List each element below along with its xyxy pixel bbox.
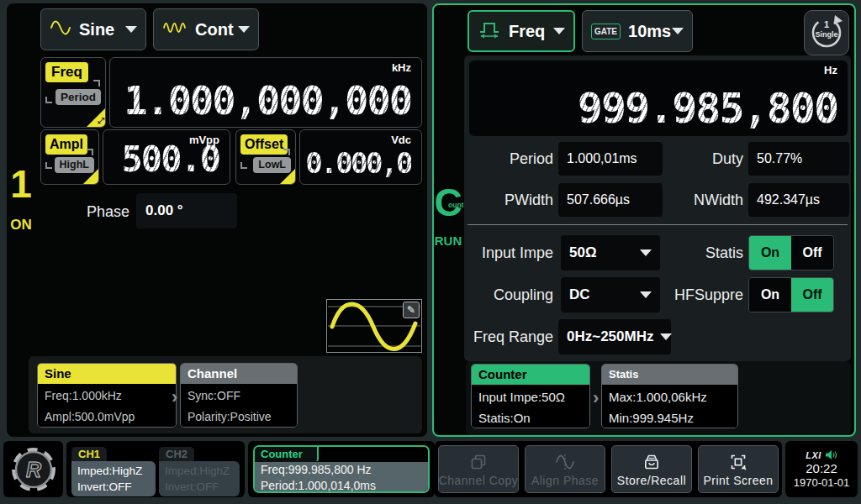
- info-tab-counter[interactable]: Counter Input Impe:50Ω Statis:On: [471, 364, 590, 428]
- gate-time-select[interactable]: GATE 10ms: [582, 10, 693, 52]
- ch1-info-line: Invert:OFF: [77, 479, 150, 495]
- info-tab-counter-title: Counter: [472, 365, 589, 385]
- store-recall-button[interactable]: Store/Recall: [611, 445, 692, 493]
- ampl-label: Ampl: [45, 134, 87, 155]
- gate-time-label: 10ms: [628, 22, 671, 41]
- chevron-down-icon: [640, 291, 652, 298]
- counter-run-state: RUN: [434, 234, 462, 248]
- instrument-screen: 1 ON Sine Cont Freq Period ⤢ kHz 1.000,0…: [0, 0, 861, 504]
- freq-value: 1.000,000,000: [124, 81, 411, 120]
- freq-range-value: 0Hz~250MHz: [567, 328, 653, 345]
- hfsuppre-off-button[interactable]: Off: [791, 278, 833, 312]
- counter-status-line: Period:1.000,014,0ms: [261, 478, 422, 493]
- expand-mark: ⤢: [98, 116, 104, 126]
- waveform-preview[interactable]: ✎: [326, 299, 422, 353]
- pwidth-meas-label: PWidth: [469, 182, 553, 218]
- hfsuppre-on-button[interactable]: On: [749, 278, 791, 312]
- nwidth-meas-value: 492.347µs: [748, 183, 849, 217]
- svg-text:R: R: [25, 458, 40, 481]
- phase-field[interactable]: 0.00 °: [136, 193, 237, 228]
- align-phase-button[interactable]: Align Phase: [525, 445, 605, 493]
- channel1-state: ON: [10, 217, 32, 234]
- statis-info-line: Min:999.945Hz: [609, 407, 731, 428]
- print-screen-button[interactable]: Print Screen: [698, 445, 779, 493]
- corner-bracket-icon: [87, 149, 93, 155]
- lxi-logo: LXI: [806, 450, 821, 460]
- offset-value-display[interactable]: Vdc 0.000,0: [299, 129, 422, 185]
- counter-mode-select[interactable]: Freq: [467, 10, 575, 52]
- freq-range-dropdown[interactable]: 0Hz~250MHz: [558, 319, 671, 354]
- duty-meas-value: 50.77%: [748, 142, 849, 176]
- align-phase-label: Align Phase: [531, 474, 599, 487]
- channel-info-line: Sync:OFF: [188, 386, 290, 407]
- counter-freq-value: 999.985,800: [578, 87, 837, 129]
- freq-range-label: Freq Range: [459, 319, 553, 354]
- copy-icon: [468, 452, 489, 472]
- ampl-unit: mVpp: [189, 134, 219, 146]
- info-tab-statis-title: Statis: [602, 365, 737, 385]
- ampl-value-display[interactable]: mVpp 500.0: [103, 129, 230, 185]
- beeper-icon: [825, 449, 837, 460]
- freq-param-button[interactable]: Freq Period ⤢: [40, 57, 106, 128]
- period-alt-label: Period: [55, 89, 101, 105]
- expand-triangle-icon: [83, 169, 98, 184]
- freq-unit: kHz: [392, 61, 411, 74]
- ampl-param-button[interactable]: Ampl HighL: [40, 129, 99, 185]
- nwidth-meas-label: NWidth: [659, 182, 743, 218]
- chevron-right-icon: ›: [172, 386, 177, 408]
- single-run-button[interactable]: 1 Single: [804, 10, 849, 55]
- input-impe-dropdown[interactable]: 50Ω: [561, 235, 660, 270]
- align-phase-icon: [554, 452, 576, 472]
- ampl-value: 500.0: [122, 142, 219, 177]
- ch1-info-line: Imped:HighZ: [77, 463, 150, 479]
- statis-on-button[interactable]: On: [749, 236, 791, 270]
- period-meas-value: 1.000,01ms: [558, 142, 663, 176]
- chevron-down-icon: [125, 26, 137, 33]
- counter-strip[interactable]: C ounter RUN: [434, 183, 462, 248]
- sine-info-line: Ampl:500.0mVpp: [45, 407, 169, 428]
- clock-time: 20:22: [806, 461, 837, 475]
- hfsuppre-toggle: On Off: [748, 277, 834, 312]
- coupling-dropdown[interactable]: DC: [561, 277, 660, 312]
- freq-value-display[interactable]: kHz 1.000,000,000: [109, 57, 422, 128]
- pwidth-meas-value: 507.666µs: [558, 183, 663, 217]
- offset-unit: Vdc: [391, 134, 411, 146]
- waveform-select[interactable]: Sine: [40, 8, 146, 50]
- counter-info-line: Input Impe:50Ω: [478, 386, 583, 407]
- counter-status-tab: Counter: [255, 447, 319, 462]
- statis-info-line: Max:1.000,06kHz: [609, 386, 731, 407]
- counter-mode-label: Freq: [509, 22, 545, 41]
- offset-param-button[interactable]: Offset LowL: [235, 129, 296, 185]
- gate-badge: GATE: [591, 24, 621, 39]
- mode-select[interactable]: Cont: [153, 8, 259, 50]
- info-tab-channel[interactable]: Channel Sync:OFF Polarity:Positive: [180, 363, 298, 428]
- counter-status[interactable]: Counter Freq:999.985,800 Hz Period:1.000…: [253, 445, 430, 493]
- status-clock-box[interactable]: LXI 20:22 1970-01-01: [785, 441, 858, 497]
- chevron-right-icon: ›: [593, 387, 599, 409]
- info-tab-statis[interactable]: Statis Max:1.000,06kHz Min:999.945Hz: [601, 364, 738, 428]
- corner-bracket-icon: [45, 97, 52, 103]
- duty-meas-label: Duty: [659, 141, 743, 176]
- gear-logo-icon: R: [9, 445, 58, 494]
- ch1-tab: CH1: [71, 447, 107, 461]
- ch1-status[interactable]: CH1 Imped:HighZ Invert:OFF: [71, 446, 156, 496]
- chevron-down-icon: [238, 26, 250, 33]
- channel-copy-button[interactable]: Channel Copy: [438, 445, 519, 493]
- mode-select-label: Cont: [195, 20, 234, 39]
- svg-text:Single: Single: [815, 30, 837, 39]
- info-tab-sine[interactable]: Sine Freq:1.000kHz Ampl:500.0mVpp: [37, 363, 177, 428]
- counter-status-box: Counter Freq:999.985,800 Hz Period:1.000…: [248, 441, 435, 497]
- channel-copy-label: Channel Copy: [439, 474, 519, 487]
- corner-bracket-icon: [240, 162, 247, 169]
- logo-menu-button[interactable]: R: [3, 441, 63, 497]
- ch2-info-line: Invert:OFF: [165, 479, 234, 495]
- statis-off-button[interactable]: Off: [791, 236, 833, 270]
- ch2-status[interactable]: CH2 Imped:HighZ Invert:OFF: [159, 446, 240, 496]
- ch2-info-line: Imped:HighZ: [165, 463, 234, 479]
- input-impe-label: Input Impe: [459, 235, 553, 270]
- sine-wave-icon: [50, 18, 71, 40]
- statis-toggle: On Off: [748, 235, 834, 270]
- edit-icon[interactable]: ✎: [403, 302, 420, 318]
- clock-date: 1970-01-01: [794, 476, 850, 489]
- continuous-wave-icon: [162, 18, 188, 40]
